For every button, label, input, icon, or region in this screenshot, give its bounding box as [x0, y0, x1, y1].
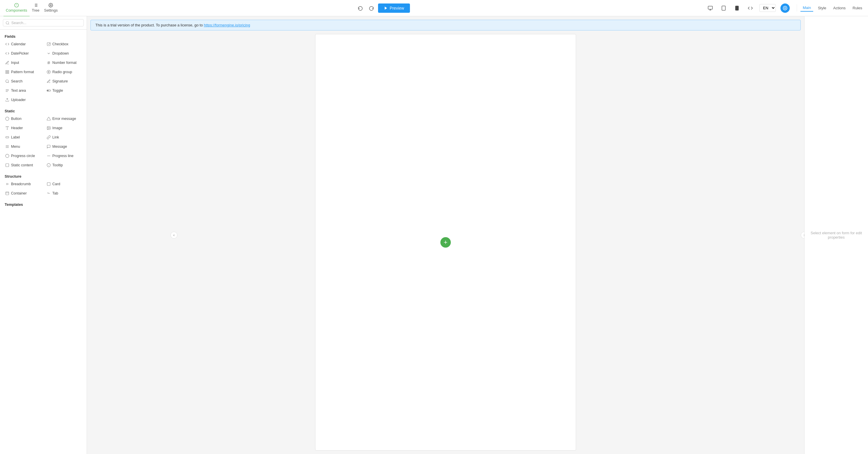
trial-banner: This is a trial version of the product. …	[90, 20, 801, 30]
component-image[interactable]: Image	[44, 124, 85, 132]
svg-point-11	[784, 7, 786, 9]
add-component-button[interactable]: +	[440, 237, 451, 248]
svg-point-3	[50, 5, 51, 6]
svg-point-33	[5, 117, 9, 120]
canvas-wrapper: +	[87, 34, 804, 454]
component-button[interactable]: Button	[2, 114, 43, 123]
svg-line-13	[8, 24, 9, 24]
svg-marker-4	[385, 6, 387, 9]
component-progress-line[interactable]: Progress line	[44, 151, 85, 160]
right-panel-empty: Select element on form for edit properti…	[805, 16, 868, 454]
svg-rect-5	[708, 6, 713, 9]
svg-point-25	[6, 80, 8, 82]
right-tab-rules[interactable]: Rules	[850, 5, 865, 11]
redo-button[interactable]	[367, 4, 376, 12]
svg-rect-10	[736, 6, 739, 10]
svg-point-31	[47, 90, 49, 91]
component-label[interactable]: Label	[2, 133, 43, 142]
component-tooltip[interactable]: Tooltip	[44, 161, 85, 170]
svg-rect-44	[6, 164, 9, 167]
component-link[interactable]: Link	[44, 133, 85, 142]
undo-button[interactable]	[356, 4, 365, 12]
search-icon	[5, 21, 9, 25]
code-icon[interactable]	[746, 4, 755, 12]
component-number-format[interactable]: Number format	[44, 58, 85, 67]
component-dropdown[interactable]: Dropdown	[44, 49, 85, 58]
main-layout: Fields Calendar Checkbox DatePicker Drop…	[0, 16, 868, 454]
component-menu[interactable]: Menu	[2, 142, 43, 151]
collapse-left-button[interactable]: ‹	[170, 232, 178, 238]
svg-line-26	[8, 82, 9, 83]
svg-rect-49	[6, 192, 9, 195]
component-datepicker[interactable]: DatePicker	[2, 49, 43, 58]
topbar-center: Preview	[62, 3, 704, 13]
component-breadcrumb[interactable]: Breadcrumb	[2, 180, 43, 189]
fields-grid: Calendar Checkbox DatePicker Dropdown In…	[0, 40, 87, 107]
section-static-title: Static	[0, 107, 87, 114]
component-toggle[interactable]: Toggle	[44, 86, 85, 95]
sidebar: Fields Calendar Checkbox DatePicker Drop…	[0, 16, 87, 454]
component-checkbox[interactable]: Checkbox	[44, 40, 85, 49]
svg-rect-14	[47, 43, 50, 46]
topbar-right: EN DE FR Main Style Actions Rules	[706, 3, 865, 13]
component-uploader[interactable]: Uploader	[2, 95, 43, 104]
search-input[interactable]	[11, 21, 81, 25]
svg-point-42	[5, 154, 9, 158]
section-structure-title: Structure	[0, 172, 87, 180]
sidebar-top-tabs: Components Tree Settings	[3, 0, 60, 17]
svg-line-18	[49, 61, 49, 64]
component-error-message[interactable]: Error message	[44, 114, 85, 123]
right-tab-main[interactable]: Main	[801, 4, 813, 11]
component-container[interactable]: Container	[2, 189, 43, 198]
component-tab[interactable]: Tab	[44, 189, 85, 198]
search-input-wrap	[3, 19, 84, 26]
component-header[interactable]: Header	[2, 124, 43, 132]
structure-grid: Breadcrumb Card Container Tab	[0, 180, 87, 200]
svg-rect-38	[6, 137, 9, 138]
right-tab-style[interactable]: Style	[815, 5, 829, 11]
right-panel: Select element on form for edit properti…	[804, 16, 868, 454]
component-static-content[interactable]: Static content	[2, 161, 43, 170]
right-tab-actions[interactable]: Actions	[831, 5, 848, 11]
component-radio-group[interactable]: Radio group	[44, 68, 85, 76]
static-grid: Button Error message Header Image Label	[0, 114, 87, 172]
svg-line-17	[48, 61, 48, 64]
svg-rect-21	[7, 72, 9, 74]
component-signature[interactable]: Signature	[44, 77, 85, 86]
svg-rect-8	[722, 6, 725, 10]
language-select[interactable]: EN DE FR	[759, 4, 776, 12]
tablet-icon[interactable]	[719, 4, 728, 12]
trial-banner-link[interactable]: https://formengine.io/pricing	[204, 23, 250, 27]
svg-rect-48	[47, 182, 50, 186]
desktop-icon[interactable]	[706, 4, 715, 12]
mobile-icon[interactable]	[733, 4, 741, 12]
svg-rect-20	[7, 70, 9, 72]
svg-rect-22	[6, 72, 7, 74]
component-card[interactable]: Card	[44, 180, 85, 189]
tab-settings[interactable]: Settings	[42, 0, 60, 17]
svg-point-12	[6, 21, 9, 24]
topbar: Components Tree Settings Preview	[0, 0, 868, 16]
component-search[interactable]: Search	[2, 77, 43, 86]
preview-button[interactable]: Preview	[378, 3, 410, 13]
section-fields-title: Fields	[0, 32, 87, 40]
svg-point-24	[48, 72, 49, 73]
svg-rect-19	[6, 70, 7, 72]
component-input[interactable]: Input	[2, 58, 43, 67]
gear-button[interactable]	[780, 3, 790, 13]
component-progress-circle[interactable]: Progress circle	[2, 151, 43, 160]
component-calendar[interactable]: Calendar	[2, 40, 43, 49]
svg-point-37	[48, 127, 49, 128]
topbar-left: Components Tree Settings	[3, 0, 60, 17]
component-message[interactable]: Message	[44, 142, 85, 151]
component-pattern-format[interactable]: Pattern format	[2, 68, 43, 76]
tab-tree[interactable]: Tree	[30, 0, 42, 17]
sidebar-content: Fields Calendar Checkbox DatePicker Drop…	[0, 30, 87, 454]
component-text-area[interactable]: Text area	[2, 86, 43, 95]
tab-components[interactable]: Components	[3, 0, 30, 17]
section-templates-title: Templates	[0, 200, 87, 208]
sidebar-search-area	[0, 16, 87, 30]
form-canvas[interactable]: +	[315, 34, 576, 451]
canvas-area: ‹ This is a trial version of the product…	[87, 16, 804, 454]
